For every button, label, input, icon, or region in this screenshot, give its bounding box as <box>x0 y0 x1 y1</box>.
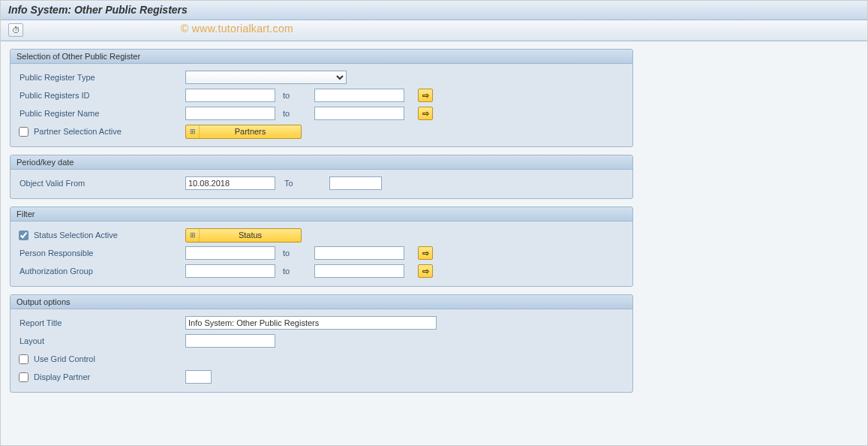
report-title-input[interactable] <box>185 316 437 330</box>
row-auth: Authorization Group to ⇨ <box>17 262 626 280</box>
reg-id-to-input[interactable] <box>314 89 404 102</box>
auth-multi-select-button[interactable]: ⇨ <box>418 264 433 278</box>
reg-name-to-input[interactable] <box>314 107 404 120</box>
reg-type-select[interactable] <box>185 71 347 84</box>
display-partner-input[interactable] <box>185 370 212 384</box>
reg-name-from-input[interactable] <box>185 107 275 120</box>
status-sel-checkbox[interactable] <box>19 231 29 240</box>
auth-from-input[interactable] <box>185 264 275 278</box>
auth-to-input[interactable] <box>314 264 404 278</box>
content-area: Selection of Other Public Register Publi… <box>1 41 642 408</box>
to-label: to <box>275 91 314 100</box>
arrow-right-icon: ⇨ <box>422 91 429 101</box>
label-layout: Layout <box>17 336 185 345</box>
label-partner-sel: Partner Selection Active <box>34 127 122 136</box>
row-reg-id: Public Registers ID to ⇨ <box>17 86 626 104</box>
label-valid-from: Object Valid From <box>17 179 185 188</box>
group-output-header: Output options <box>11 295 632 309</box>
watermark-text: © www.tutorialkart.com <box>181 23 293 35</box>
valid-to-input[interactable] <box>329 176 382 190</box>
label-display-partner: Display Partner <box>34 372 90 381</box>
layout-input[interactable] <box>185 334 275 348</box>
status-sel-wrapper: Status Selection Active <box>17 231 185 240</box>
label-reg-type: Public Register Type <box>17 73 185 82</box>
status-button[interactable]: ⊞ Status <box>185 228 302 243</box>
row-reg-type: Public Register Type <box>17 68 626 86</box>
label-grid: Use Grid Control <box>34 354 95 363</box>
partners-button-label: Partners <box>200 127 301 136</box>
group-period: Period/key date Object Valid From To <box>10 155 633 199</box>
group-filter-header: Filter <box>11 207 632 221</box>
expand-icon: ⊞ <box>186 229 200 242</box>
arrow-right-icon: ⇨ <box>422 109 429 119</box>
reg-name-multi-select-button[interactable]: ⇨ <box>418 107 433 120</box>
row-valid-from: Object Valid From To <box>17 174 626 192</box>
to-label: To <box>275 179 329 188</box>
label-status-sel: Status Selection Active <box>34 231 118 240</box>
arrow-right-icon: ⇨ <box>422 267 429 276</box>
status-button-label: Status <box>200 231 301 240</box>
row-person: Person Responsible to ⇨ <box>17 244 626 262</box>
execute-button[interactable]: ⏱ <box>8 23 23 37</box>
arrow-right-icon: ⇨ <box>422 249 429 258</box>
label-person: Person Responsible <box>17 249 185 258</box>
group-filter: Filter Status Selection Active ⊞ Status … <box>10 206 633 287</box>
label-auth: Authorization Group <box>17 267 185 276</box>
group-output: Output options Report Title Layout Use G… <box>10 294 633 393</box>
clock-icon: ⏱ <box>12 26 20 35</box>
toolbar: ⏱ © www.tutorialkart.com <box>1 20 867 41</box>
person-multi-select-button[interactable]: ⇨ <box>418 246 433 260</box>
label-report-title: Report Title <box>17 318 185 327</box>
group-selection-header: Selection of Other Public Register <box>11 50 632 64</box>
display-partner-wrapper: Display Partner <box>17 372 185 382</box>
row-status-sel: Status Selection Active ⊞ Status <box>17 226 626 244</box>
app-window: Info System: Other Public Registers ⏱ © … <box>0 0 868 446</box>
group-selection: Selection of Other Public Register Publi… <box>10 49 633 147</box>
row-partner-sel: Partner Selection Active ⊞ Partners <box>17 122 626 140</box>
reg-id-from-input[interactable] <box>185 89 275 102</box>
row-layout: Layout <box>17 332 626 350</box>
reg-id-multi-select-button[interactable]: ⇨ <box>418 89 433 102</box>
group-period-header: Period/key date <box>11 155 632 170</box>
row-report-title: Report Title <box>17 314 626 332</box>
to-label: to <box>275 267 314 276</box>
partners-button[interactable]: ⊞ Partners <box>185 125 302 139</box>
row-reg-name: Public Register Name to ⇨ <box>17 104 626 122</box>
page-title: Info System: Other Public Registers <box>8 4 188 16</box>
partner-sel-wrapper: Partner Selection Active <box>17 127 185 137</box>
title-bar: Info System: Other Public Registers <box>1 1 867 20</box>
display-partner-checkbox[interactable] <box>19 372 29 382</box>
valid-from-input[interactable] <box>185 176 275 190</box>
grid-checkbox[interactable] <box>19 354 29 364</box>
label-reg-name: Public Register Name <box>17 109 185 118</box>
label-reg-id: Public Registers ID <box>17 91 185 100</box>
expand-icon: ⊞ <box>186 125 200 138</box>
row-display-partner: Display Partner <box>17 368 626 386</box>
partner-sel-checkbox[interactable] <box>19 127 29 137</box>
person-to-input[interactable] <box>314 246 404 260</box>
person-from-input[interactable] <box>185 246 275 260</box>
grid-wrapper: Use Grid Control <box>17 354 185 364</box>
to-label: to <box>275 249 314 258</box>
to-label: to <box>275 109 314 118</box>
row-grid: Use Grid Control <box>17 350 626 368</box>
